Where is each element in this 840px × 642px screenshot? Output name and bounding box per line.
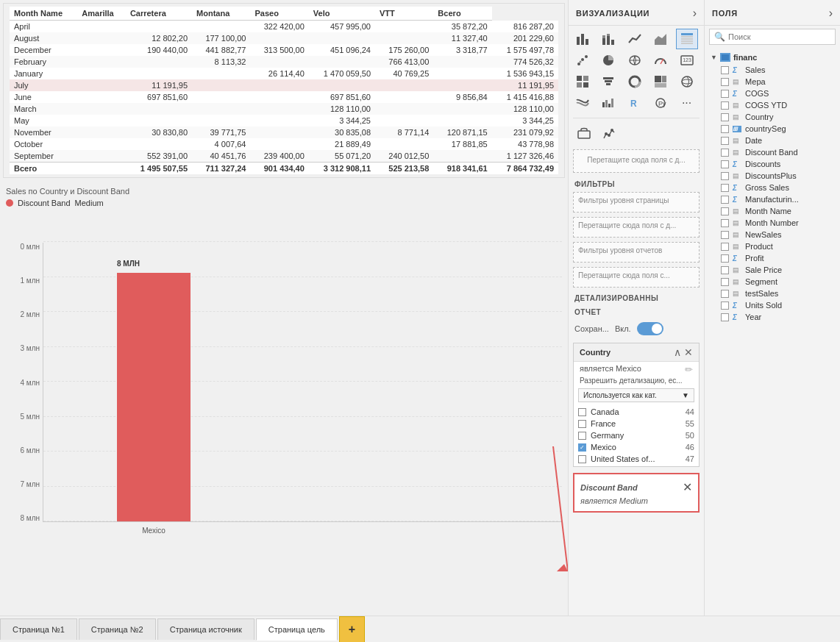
- table-row[interactable]: February8 113,32766 413,00774 526,32: [10, 56, 558, 68]
- field-item[interactable]: ▤Sale Price: [705, 264, 840, 276]
- field-checkbox[interactable]: [721, 243, 729, 251]
- field-item[interactable]: ΣUnits Sold: [705, 299, 840, 311]
- field-item[interactable]: ▤COGS YTD: [705, 99, 840, 111]
- viz-more-icon[interactable]: ···: [676, 93, 698, 113]
- field-checkbox[interactable]: [721, 113, 729, 121]
- table-row[interactable]: September552 391,0040 451,76239 400,0055…: [10, 150, 558, 163]
- field-checkbox[interactable]: [721, 90, 729, 98]
- country-checkbox[interactable]: [578, 420, 586, 428]
- field-checkbox[interactable]: [721, 266, 729, 274]
- main-bar[interactable]: 8 МЛН: [117, 273, 191, 521]
- viz-ribbon-icon[interactable]: [572, 93, 594, 113]
- field-item[interactable]: ▤NewSales: [705, 229, 840, 240]
- country-checkbox[interactable]: [578, 432, 586, 440]
- field-item[interactable]: ▤Date: [705, 135, 840, 146]
- field-item[interactable]: ΣProfit: [705, 252, 840, 264]
- field-item[interactable]: ▤Discount Band: [705, 146, 840, 158]
- field-checkbox[interactable]: [721, 149, 729, 157]
- country-checkbox[interactable]: [578, 455, 586, 463]
- table-row[interactable]: November30 830,8039 771,7530 835,088 771…: [10, 126, 558, 138]
- report-toggle[interactable]: [637, 322, 663, 335]
- country-edit-icon[interactable]: ✏: [685, 364, 693, 375]
- field-checkbox[interactable]: [721, 78, 729, 86]
- field-item[interactable]: ▤testSales: [705, 288, 840, 299]
- table-row[interactable]: August12 802,20177 100,0011 327,40201 22…: [10, 32, 558, 44]
- viz-funnel-icon[interactable]: [597, 71, 619, 92]
- viz-line-icon[interactable]: [624, 29, 646, 49]
- db-close-icon[interactable]: ✕: [683, 480, 692, 494]
- table-row[interactable]: Всего1 495 507,55711 327,24901 434,403 3…: [10, 163, 558, 175]
- viz-expand-icon[interactable]: ›: [693, 7, 697, 19]
- field-item[interactable]: ΣCOGS: [705, 88, 840, 99]
- viz-drag-zone[interactable]: Перетащите сюда поля с д...: [573, 149, 700, 173]
- viz-gauge-icon[interactable]: [649, 50, 672, 71]
- filter-report-label[interactable]: Фильтры уровня отчетов: [573, 242, 700, 263]
- bottom-tab[interactable]: Страница цель: [256, 618, 338, 641]
- viz-scatter-icon[interactable]: [572, 50, 594, 71]
- field-checkbox[interactable]: [721, 254, 729, 263]
- viz-pie-icon[interactable]: [597, 50, 619, 71]
- add-tab-button[interactable]: +: [339, 616, 365, 643]
- viz-waterfall-icon[interactable]: [597, 93, 619, 113]
- filter-drag2[interactable]: Перетащите сюда поля с...: [573, 267, 700, 288]
- filter-page-label[interactable]: Фильтры уровня страницы: [573, 192, 700, 213]
- field-checkbox[interactable]: [721, 302, 729, 310]
- field-checkbox[interactable]: [721, 184, 729, 192]
- viz-python-icon[interactable]: Py: [649, 93, 672, 113]
- viz-format-icon[interactable]: [573, 123, 595, 143]
- viz-map-icon[interactable]: [624, 50, 646, 71]
- fields-expand-icon[interactable]: ›: [829, 7, 833, 19]
- field-item[interactable]: ▤DiscountsPlus: [705, 170, 840, 182]
- table-row[interactable]: October4 007,6421 889,4917 881,8543 778,…: [10, 138, 558, 150]
- viz-globe-icon[interactable]: [676, 71, 698, 92]
- filter-drag1[interactable]: Перетащите сюда поля с д...: [573, 217, 700, 238]
- field-checkbox[interactable]: [721, 196, 729, 204]
- search-row[interactable]: 🔍: [709, 29, 836, 45]
- table-row[interactable]: January26 114,401 470 059,5040 769,251 5…: [10, 68, 558, 79]
- field-item[interactable]: ΣSales: [705, 64, 840, 76]
- bottom-tab[interactable]: Страница №1: [0, 618, 77, 640]
- table-row[interactable]: July11 191,9511 191,95: [10, 79, 558, 91]
- country-checkbox[interactable]: [578, 408, 586, 416]
- viz-r-icon[interactable]: R: [624, 93, 646, 113]
- field-item[interactable]: ▤Month Name: [705, 205, 840, 217]
- country-list-item[interactable]: France55: [578, 418, 694, 429]
- field-item[interactable]: ⊞countrySeg: [705, 123, 840, 135]
- table-row[interactable]: March128 110,00128 110,00: [10, 103, 558, 115]
- viz-matrix-icon[interactable]: [572, 71, 594, 92]
- field-checkbox[interactable]: [721, 160, 729, 168]
- country-dropdown[interactable]: Используется как кат. ▼: [578, 388, 694, 402]
- table-row[interactable]: December190 440,00441 882,77313 500,0045…: [10, 44, 558, 56]
- country-list-item[interactable]: Canada44: [578, 406, 694, 418]
- viz-donut-icon[interactable]: [624, 71, 646, 92]
- field-checkbox[interactable]: [721, 290, 729, 298]
- bottom-tab[interactable]: Страница №2: [79, 618, 156, 640]
- country-list-item[interactable]: Mexico46: [578, 441, 694, 453]
- country-list-item[interactable]: Germany50: [578, 429, 694, 441]
- field-item[interactable]: ▤Month Number: [705, 217, 840, 229]
- group-header[interactable]: ▼ financ: [705, 51, 840, 64]
- fields-search-input[interactable]: [728, 32, 830, 41]
- field-item[interactable]: ▤Меpa: [705, 76, 840, 88]
- field-checkbox[interactable]: [721, 207, 729, 215]
- field-item[interactable]: ΣDiscounts: [705, 158, 840, 170]
- viz-bar-icon[interactable]: [572, 29, 594, 49]
- table-row[interactable]: April322 420,00457 995,0035 872,20816 28…: [10, 21, 558, 33]
- field-item[interactable]: ΣManufacturin...: [705, 193, 840, 205]
- bottom-tab[interactable]: Страница источник: [157, 618, 255, 640]
- field-checkbox[interactable]: [721, 125, 729, 133]
- field-item[interactable]: ▤Country: [705, 111, 840, 123]
- viz-treemap-icon[interactable]: [649, 71, 672, 92]
- viz-card-icon[interactable]: 123: [676, 50, 698, 71]
- viz-table-icon[interactable]: [676, 29, 698, 49]
- viz-area-icon[interactable]: [649, 29, 672, 49]
- field-checkbox[interactable]: [721, 172, 729, 180]
- chart-plot[interactable]: 8 МЛН Mexico: [43, 243, 562, 522]
- bar-container[interactable]: 8 МЛН Mexico: [117, 273, 191, 521]
- field-item[interactable]: ΣYear: [705, 311, 840, 323]
- field-checkbox[interactable]: [721, 137, 729, 145]
- field-checkbox[interactable]: [721, 278, 729, 286]
- field-checkbox[interactable]: [721, 231, 729, 239]
- viz-analytics-icon[interactable]: [598, 123, 620, 143]
- save-button[interactable]: Сохран...: [574, 324, 609, 333]
